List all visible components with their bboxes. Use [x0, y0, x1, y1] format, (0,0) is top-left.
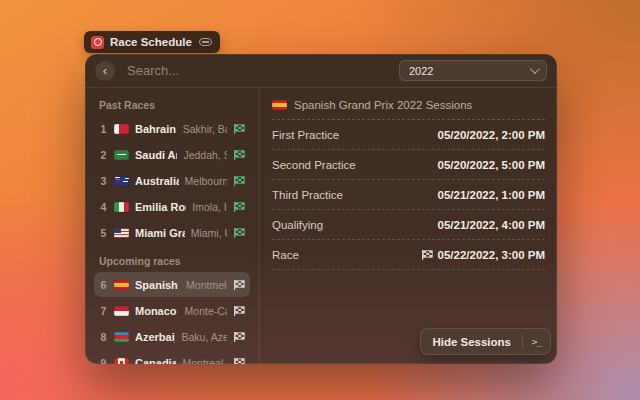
search-bar: ‹ 2022 — [85, 54, 557, 88]
session-datetime: 05/21/2022, 1:00 PM — [438, 189, 545, 201]
year-dropdown[interactable]: 2022 — [399, 60, 547, 81]
race-name: Monaco G... — [135, 305, 179, 317]
checkered-flag-icon — [233, 227, 245, 239]
raycast-window: ‹ 2022 Past Races 1 Bahrain G... Sakhir,… — [85, 54, 557, 364]
italy-flag-icon — [114, 202, 129, 212]
session-label: Race — [272, 249, 299, 261]
race-name: Saudi Ara... — [135, 149, 177, 161]
race-location: Monte-Carl... — [185, 305, 227, 317]
pin-icon[interactable] — [198, 37, 213, 47]
race-number: 3 — [99, 175, 108, 187]
session-datetime: 05/20/2022, 5:00 PM — [438, 159, 545, 171]
session-label: First Practice — [272, 129, 339, 141]
monaco-flag-icon — [114, 306, 129, 316]
race-location: Jeddah, Sa... — [183, 149, 227, 161]
race-number: 1 — [99, 123, 108, 135]
year-dropdown-value: 2022 — [409, 65, 433, 77]
sessions-header: Spanish Grand Prix 2022 Sessions — [272, 90, 545, 120]
race-row-azerbaijan[interactable]: 8 Azerbaija... Baku, Azerb... — [94, 324, 250, 349]
race-number: 4 — [99, 201, 108, 213]
race-row-bahrain[interactable]: 1 Bahrain G... Sakhir, Bahr... — [94, 116, 250, 141]
canada-flag-icon — [114, 358, 129, 365]
race-location: Montreal, C... — [182, 357, 227, 365]
race-number: 2 — [99, 149, 108, 161]
upcoming-races-header: Upcoming races — [99, 255, 250, 267]
actions-pill: Hide Sessions >_ — [420, 328, 551, 355]
azerbaijan-flag-icon — [114, 332, 129, 342]
race-location: Sakhir, Bahr... — [183, 123, 227, 135]
race-number: 8 — [99, 331, 108, 343]
session-label: Second Practice — [272, 159, 356, 171]
session-datetime: 05/22/2022, 3:00 PM — [438, 249, 545, 261]
race-number: 7 — [99, 305, 108, 317]
checkered-flag-icon — [233, 305, 245, 317]
race-name: Emilia Roma... — [135, 201, 186, 213]
extension-tab: Race Schedule — [84, 31, 220, 53]
spain-flag-icon — [272, 100, 287, 110]
race-row-saudi[interactable]: 2 Saudi Ara... Jeddah, Sa... — [94, 142, 250, 167]
session-row-first-practice[interactable]: First Practice 05/20/2022, 2:00 PM — [272, 120, 545, 150]
checkered-flag-icon — [233, 357, 245, 365]
back-button[interactable]: ‹ — [95, 61, 115, 81]
checkered-flag-icon — [233, 279, 245, 291]
session-label: Third Practice — [272, 189, 343, 201]
terminal-prompt-icon[interactable]: >_ — [523, 336, 550, 347]
checkered-flag-icon — [233, 149, 245, 161]
desktop-wallpaper: Race Schedule ‹ 2022 Past Races 1 Bahrai… — [0, 0, 640, 400]
race-name: Miami Grand... — [135, 227, 185, 239]
race-number: 5 — [99, 227, 108, 239]
checkered-flag-icon — [233, 331, 245, 343]
race-row-spain-selected[interactable]: 6 Spanish G... Montmeló,... — [94, 272, 250, 297]
race-location: Melbourne,... — [185, 175, 227, 187]
extension-app-icon — [91, 36, 104, 49]
usa-flag-icon — [114, 228, 129, 238]
race-name: Spanish G... — [135, 279, 180, 291]
race-name: Bahrain G... — [135, 123, 177, 135]
race-list-panel: Past Races 1 Bahrain G... Sakhir, Bahr..… — [85, 88, 260, 364]
race-number: 9 — [99, 357, 108, 365]
bahrain-flag-icon — [114, 124, 129, 134]
race-row-australia[interactable]: 3 Australian... Melbourne,... — [94, 168, 250, 193]
sessions-panel: Spanish Grand Prix 2022 Sessions First P… — [260, 88, 557, 364]
session-label: Qualifying — [272, 219, 323, 231]
session-row-third-practice[interactable]: Third Practice 05/21/2022, 1:00 PM — [272, 180, 545, 210]
race-row-canada[interactable]: 9 Canadian... Montreal, C... — [94, 350, 250, 364]
race-row-monaco[interactable]: 7 Monaco G... Monte-Carl... — [94, 298, 250, 323]
sessions-header-title: Spanish Grand Prix 2022 Sessions — [294, 99, 472, 111]
session-datetime: 05/20/2022, 2:00 PM — [438, 129, 545, 141]
window-content: Past Races 1 Bahrain G... Sakhir, Bahr..… — [85, 88, 557, 364]
race-number: 6 — [99, 279, 108, 291]
checkered-flag-icon — [421, 249, 433, 261]
session-datetime: 05/21/2022, 4:00 PM — [438, 219, 545, 231]
race-location: Imola, Italy — [192, 201, 227, 213]
race-location: Miami, USA — [191, 227, 227, 239]
session-row-race[interactable]: Race 05/22/2022, 3:00 PM — [272, 240, 545, 270]
saudi-arabia-flag-icon — [114, 150, 129, 160]
checkered-flag-icon — [233, 201, 245, 213]
session-row-second-practice[interactable]: Second Practice 05/20/2022, 5:00 PM — [272, 150, 545, 180]
extension-title: Race Schedule — [110, 36, 192, 48]
checkered-flag-icon — [233, 175, 245, 187]
search-input[interactable] — [125, 62, 389, 79]
australia-flag-icon — [114, 176, 129, 186]
race-row-emilia-romagna[interactable]: 4 Emilia Roma... Imola, Italy — [94, 194, 250, 219]
race-location: Montmeló,... — [186, 279, 227, 291]
race-row-miami[interactable]: 5 Miami Grand... Miami, USA — [94, 220, 250, 245]
session-row-qualifying[interactable]: Qualifying 05/21/2022, 4:00 PM — [272, 210, 545, 240]
race-name: Canadian... — [135, 357, 176, 365]
chevron-down-icon — [530, 64, 540, 74]
hide-sessions-button[interactable]: Hide Sessions — [421, 336, 522, 348]
checkered-flag-icon — [233, 123, 245, 135]
past-races-header: Past Races — [99, 99, 250, 111]
race-location: Baku, Azerb... — [181, 331, 227, 343]
race-name: Azerbaija... — [135, 331, 175, 343]
spain-flag-icon — [114, 280, 129, 290]
race-name: Australian... — [135, 175, 179, 187]
